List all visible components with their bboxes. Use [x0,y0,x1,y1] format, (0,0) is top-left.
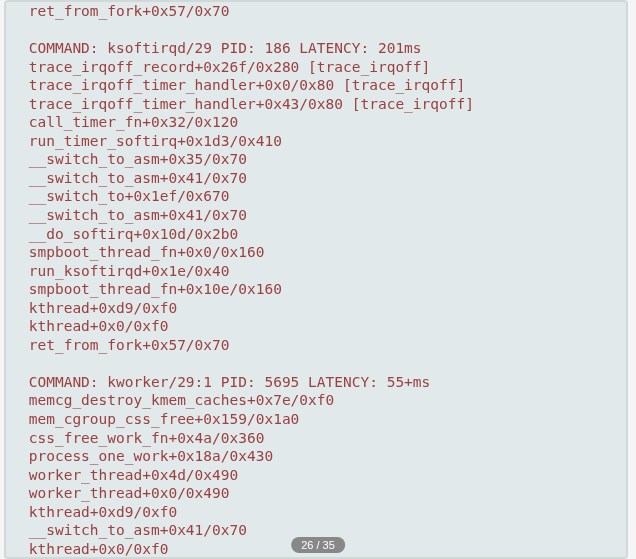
page-indicator-text: 26 / 35 [301,539,335,551]
stack-trace-text: ret_from_fork+0x57/0x70 COMMAND: ksoftir… [20,2,612,558]
page-indicator-badge: 26 / 35 [291,537,345,553]
code-trace-panel: ret_from_fork+0x57/0x70 COMMAND: ksoftir… [4,0,628,559]
